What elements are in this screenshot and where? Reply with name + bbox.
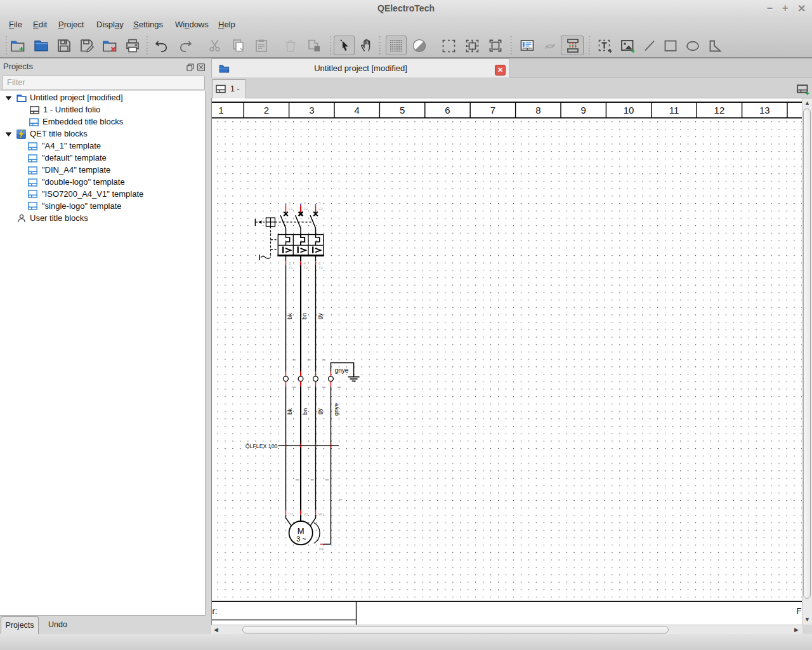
svg-text:9: 9 [581, 105, 586, 116]
svg-text:1: 1 [218, 105, 223, 116]
svg-text:bn: bn [301, 313, 308, 319]
svg-text:6: 6 [445, 105, 450, 116]
svg-text:r:: r: [213, 606, 218, 616]
svg-text:12: 12 [714, 105, 725, 116]
svg-text:13: 13 [759, 105, 770, 116]
svg-text:T2: T2 [303, 266, 308, 270]
svg-text:10: 10 [624, 105, 634, 116]
svg-text:8: 8 [535, 105, 540, 116]
svg-text:4: 4 [355, 105, 360, 116]
svg-text:7: 7 [490, 105, 495, 116]
svg-text:bk: bk [287, 313, 293, 319]
svg-text:ÖLFLEX 100: ÖLFLEX 100 [246, 443, 278, 449]
svg-text:F: F [797, 606, 802, 616]
svg-text:V1: V1 [304, 512, 309, 516]
svg-text:5: 5 [400, 105, 405, 116]
svg-text:L1: L1 [289, 207, 293, 211]
svg-text:L2: L2 [303, 207, 308, 211]
svg-text:T1: T1 [289, 266, 294, 270]
svg-text:bn: bn [302, 408, 308, 415]
svg-text:gnye: gnye [335, 367, 349, 374]
svg-text:11: 11 [669, 105, 679, 116]
svg-text:gnye: gnye [333, 403, 339, 416]
svg-text:W1: W1 [318, 512, 325, 516]
svg-text:3: 3 [309, 105, 314, 116]
svg-text:bk: bk [287, 408, 293, 415]
svg-text:2: 2 [264, 105, 269, 116]
svg-text:gy: gy [317, 313, 323, 319]
svg-text:3 ~: 3 ~ [296, 535, 306, 543]
svg-text:gy: gy [317, 408, 323, 415]
svg-text:PE: PE [319, 547, 324, 551]
svg-text:M: M [298, 526, 304, 536]
svg-text:U1: U1 [289, 512, 294, 516]
svg-text:L3: L3 [318, 207, 323, 211]
svg-text:T3: T3 [318, 266, 324, 270]
